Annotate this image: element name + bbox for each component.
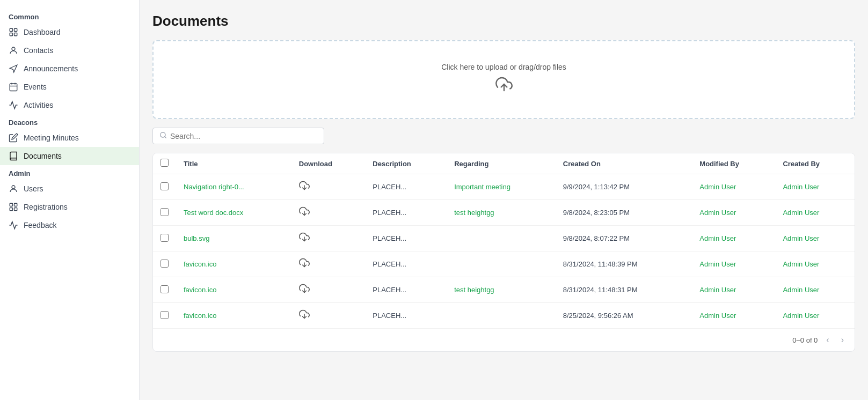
sidebar-item-label-dashboard: Dashboard [24, 28, 61, 36]
table-header-row: Title Download Description Regarding Cre… [153, 153, 855, 174]
row-modified-by-link-4[interactable]: Admin User [699, 286, 736, 294]
sidebar-item-users[interactable]: Users [0, 180, 139, 198]
row-regarding-4: test heightgg [447, 277, 556, 303]
row-title-1: Test word doc.docx [176, 200, 291, 226]
sidebar-item-announcements[interactable]: Announcements [0, 60, 139, 78]
col-created-by: Created By [775, 153, 855, 174]
user-circle-icon [9, 46, 18, 55]
table-row: favicon.ico PLACEH... test heightgg 8/31… [153, 277, 855, 303]
book-icon [9, 151, 18, 161]
row-title-link-1[interactable]: Test word doc.docx [184, 209, 243, 217]
row-created-by-link-5[interactable]: Admin User [783, 312, 819, 320]
row-created-on-0: 9/9/2024, 1:13:42 PM [556, 174, 692, 200]
row-download-5 [291, 303, 366, 329]
row-created-by-4: Admin User [775, 277, 855, 303]
col-title: Title [176, 153, 291, 174]
row-checkbox-cell [153, 303, 176, 329]
next-page-button[interactable]: › [838, 334, 847, 346]
row-created-on-3: 8/31/2024, 11:48:39 PM [556, 251, 692, 277]
row-created-by-link-3[interactable]: Admin User [783, 260, 819, 268]
row-checkbox-4[interactable] [161, 285, 169, 293]
svg-point-9 [12, 186, 15, 189]
row-regarding-link-4[interactable]: test heightgg [454, 286, 494, 294]
download-button-2[interactable] [299, 232, 310, 245]
select-all-checkbox[interactable] [161, 159, 169, 167]
upload-area[interactable]: Click here to upload or drag/drop files [152, 40, 855, 119]
pagination-bar: 0–0 of 0 ‹ › [153, 328, 855, 351]
sidebar-item-activities[interactable]: Activities [0, 96, 139, 114]
row-title-0: Navigation right-0... [176, 174, 291, 200]
row-created-by-2: Admin User [775, 226, 855, 251]
search-container [152, 128, 855, 144]
row-download-2 [291, 226, 366, 251]
row-regarding-2 [447, 226, 556, 251]
table-row: favicon.ico PLACEH... 8/31/2024, 11:48:3… [153, 251, 855, 277]
sidebar-item-contacts[interactable]: Contacts [0, 41, 139, 60]
sidebar-item-meeting-minutes[interactable]: Meeting Minutes [0, 129, 139, 147]
row-created-by-5: Admin User [775, 303, 855, 329]
documents-table: Title Download Description Regarding Cre… [153, 153, 855, 328]
row-checkbox-1[interactable] [161, 208, 169, 216]
row-description-4: PLACEH... [365, 277, 447, 303]
download-button-5[interactable] [299, 309, 310, 322]
table-row: bulb.svg PLACEH... 9/8/2024, 8:07:22 PM … [153, 226, 855, 251]
select-all-col [153, 153, 176, 174]
row-checkbox-2[interactable] [161, 234, 169, 242]
prev-page-button[interactable]: ‹ [823, 334, 832, 346]
svg-point-4 [12, 47, 15, 50]
sidebar-item-label-feedback: Feedback [24, 221, 56, 229]
row-checkbox-cell [153, 226, 176, 251]
download-button-3[interactable] [299, 257, 310, 271]
sidebar-item-registrations[interactable]: Registrations [0, 198, 139, 216]
search-input[interactable] [170, 132, 317, 140]
row-regarding-link-0[interactable]: Important meeting [454, 183, 510, 191]
row-title-3: favicon.ico [176, 251, 291, 277]
feedback-icon [9, 220, 18, 230]
row-modified-by-1: Admin User [692, 200, 775, 226]
row-created-on-1: 9/8/2024, 8:23:05 PM [556, 200, 692, 226]
sidebar-item-label-events: Events [24, 83, 47, 91]
sidebar-item-label-users: Users [24, 184, 43, 193]
download-button-4[interactable] [299, 283, 310, 297]
upload-text: Click here to upload or drag/drop files [441, 63, 566, 71]
row-modified-by-link-0[interactable]: Admin User [699, 183, 736, 191]
edit-icon [9, 133, 18, 143]
pagination-info: 0–0 of 0 [792, 336, 818, 344]
row-modified-by-link-5[interactable]: Admin User [699, 312, 736, 320]
sidebar-item-label-registrations: Registrations [24, 203, 68, 211]
sidebar-item-events[interactable]: Events [0, 78, 139, 96]
row-title-link-3[interactable]: favicon.ico [184, 260, 216, 268]
sidebar-item-documents[interactable]: Documents [0, 147, 139, 165]
sidebar-item-label-documents: Documents [24, 152, 62, 160]
sidebar-item-label-contacts: Contacts [24, 46, 53, 55]
row-created-by-link-4[interactable]: Admin User [783, 286, 819, 294]
row-checkbox-5[interactable] [161, 311, 169, 319]
grid2-icon [9, 202, 18, 212]
activity-icon [9, 100, 18, 110]
svg-rect-1 [14, 28, 17, 31]
row-title-link-4[interactable]: favicon.ico [184, 286, 216, 294]
row-checkbox-cell [153, 251, 176, 277]
row-description-5: PLACEH... [365, 303, 447, 329]
row-title-link-0[interactable]: Navigation right-0... [184, 183, 244, 191]
row-created-by-link-0[interactable]: Admin User [783, 183, 819, 191]
row-title-link-5[interactable]: favicon.ico [184, 312, 216, 320]
row-created-by-link-1[interactable]: Admin User [783, 209, 819, 217]
row-created-by-link-2[interactable]: Admin User [783, 234, 819, 242]
download-button-0[interactable] [299, 180, 310, 194]
row-checkbox-3[interactable] [161, 260, 169, 268]
row-checkbox-0[interactable] [161, 182, 169, 190]
row-regarding-link-1[interactable]: test heightgg [454, 209, 494, 217]
page-title: Documents [152, 13, 855, 29]
sidebar-item-feedback[interactable]: Feedback [0, 216, 139, 234]
row-modified-by-link-2[interactable]: Admin User [699, 234, 736, 242]
sidebar-item-dashboard[interactable]: Dashboard [0, 23, 139, 41]
user-icon [9, 184, 18, 194]
download-button-1[interactable] [299, 206, 310, 219]
search-icon [159, 131, 167, 140]
row-modified-by-link-1[interactable]: Admin User [699, 209, 736, 217]
row-title-2: bulb.svg [176, 226, 291, 251]
row-modified-by-link-3[interactable]: Admin User [699, 260, 736, 268]
row-modified-by-5: Admin User [692, 303, 775, 329]
row-title-link-2[interactable]: bulb.svg [184, 234, 209, 242]
